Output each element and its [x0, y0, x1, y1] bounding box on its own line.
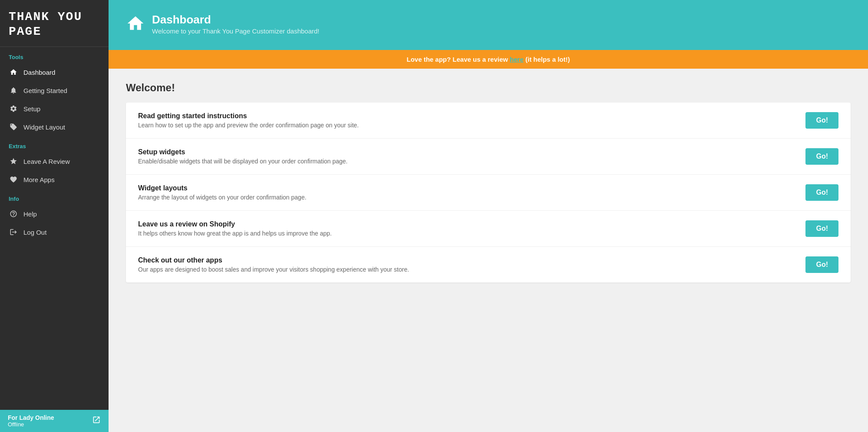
bell-icon: [9, 86, 18, 95]
card-title-0: Read getting started instructions: [138, 112, 359, 120]
go-button-2[interactable]: Go!: [805, 184, 838, 201]
header-text-block: Dashboard Welcome to your Thank You Page…: [152, 13, 320, 35]
go-button-0[interactable]: Go!: [805, 112, 838, 129]
sidebar-item-getting-started[interactable]: Getting Started: [0, 81, 109, 100]
sidebar-item-leave-review[interactable]: Leave A Review: [0, 152, 109, 170]
external-link-icon: [92, 415, 101, 426]
card-desc-2: Arrange the layout of widgets on your or…: [138, 194, 307, 201]
card-row-1: Setup widgets Enable/disable widgets tha…: [126, 139, 851, 175]
header-subtitle: Welcome to your Thank You Page Customize…: [152, 27, 320, 35]
logout-icon: [9, 227, 18, 237]
banner-link[interactable]: here: [510, 56, 524, 63]
sidebar-item-setup[interactable]: Setup: [0, 100, 109, 118]
sidebar-label-logout: Log Out: [23, 229, 46, 236]
content-area: Welcome! Read getting started instructio…: [109, 69, 868, 296]
card-text-2: Widget layouts Arrange the layout of wid…: [138, 184, 307, 201]
card-row-3: Leave us a review on Shopify It helps ot…: [126, 211, 851, 247]
sidebar-section-info: Info: [0, 189, 109, 205]
card-desc-1: Enable/disable widgets that will be disp…: [138, 158, 348, 165]
go-button-3[interactable]: Go!: [805, 220, 838, 237]
banner-text-before: Love the app? Leave us a review: [407, 56, 510, 63]
card-row-0: Read getting started instructions Learn …: [126, 103, 851, 139]
dashboard-cards: Read getting started instructions Learn …: [126, 103, 851, 282]
sidebar-label-more-apps: More Apps: [23, 176, 55, 183]
sidebar-item-help[interactable]: Help: [0, 205, 109, 223]
card-text-4: Check out our other apps Our apps are de…: [138, 256, 409, 273]
sidebar-section-tools: Tools: [0, 47, 109, 63]
banner-text-after: (it helps a lot!): [524, 56, 570, 63]
sidebar-label-widget-layout: Widget Layout: [23, 123, 65, 131]
card-text-0: Read getting started instructions Learn …: [138, 112, 359, 129]
main-content: Dashboard Welcome to your Thank You Page…: [109, 0, 868, 432]
sidebar-item-more-apps[interactable]: More Apps: [0, 170, 109, 189]
card-desc-0: Learn how to set up the app and preview …: [138, 122, 359, 129]
sidebar-item-widget-layout[interactable]: Widget Layout: [0, 118, 109, 136]
card-desc-4: Our apps are designed to boost sales and…: [138, 266, 409, 273]
sidebar-label-help: Help: [23, 210, 37, 218]
card-title-4: Check out our other apps: [138, 256, 409, 264]
sidebar-label-leave-review: Leave A Review: [23, 158, 70, 165]
go-button-4[interactable]: Go!: [805, 256, 838, 273]
card-desc-3: It helps others know how great the app i…: [138, 230, 332, 237]
header: Dashboard Welcome to your Thank You Page…: [109, 0, 868, 50]
sidebar-section-extras: Extras: [0, 136, 109, 152]
store-name: For Lady Online: [8, 414, 54, 421]
app-title: THANK YOU PAGE: [0, 0, 109, 47]
card-text-3: Leave us a review on Shopify It helps ot…: [138, 220, 332, 237]
sidebar-item-logout[interactable]: Log Out: [0, 223, 109, 241]
review-banner: Love the app? Leave us a review here (it…: [109, 50, 868, 69]
card-title-3: Leave us a review on Shopify: [138, 220, 332, 228]
star-icon: [9, 156, 18, 166]
sidebar-label-getting-started: Getting Started: [23, 87, 67, 94]
sidebar-label-dashboard: Dashboard: [23, 69, 55, 76]
card-row-4: Check out our other apps Our apps are de…: [126, 247, 851, 282]
card-title-2: Widget layouts: [138, 184, 307, 192]
header-home-icon: [126, 14, 145, 37]
card-text-1: Setup widgets Enable/disable widgets tha…: [138, 148, 348, 165]
sidebar-label-setup: Setup: [23, 105, 40, 113]
heart-icon: [9, 175, 18, 184]
gear-icon: [9, 104, 18, 113]
sidebar-bottom-bar[interactable]: For Lady Online Offline: [0, 410, 109, 432]
tag-icon: [9, 122, 18, 132]
welcome-title: Welcome!: [126, 82, 851, 94]
card-title-1: Setup widgets: [138, 148, 348, 156]
header-title: Dashboard: [152, 13, 320, 27]
sidebar: THANK YOU PAGE Tools Dashboard Getting S…: [0, 0, 109, 432]
go-button-1[interactable]: Go!: [805, 148, 838, 165]
home-icon: [9, 67, 18, 77]
sidebar-item-dashboard[interactable]: Dashboard: [0, 63, 109, 81]
card-row-2: Widget layouts Arrange the layout of wid…: [126, 175, 851, 211]
help-icon: [9, 209, 18, 219]
store-status: Offline: [8, 421, 54, 428]
